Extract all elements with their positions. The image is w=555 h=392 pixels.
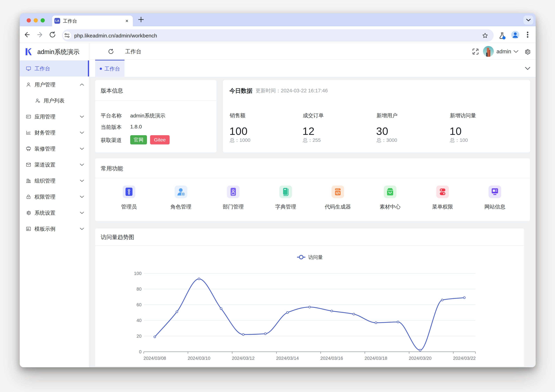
- svg-text:2024/03/20: 2024/03/20: [409, 356, 431, 361]
- svg-text:2024/03/14: 2024/03/14: [276, 356, 299, 361]
- svg-text:2024/03/12: 2024/03/12: [232, 356, 255, 361]
- svg-text:2024/03/10: 2024/03/10: [188, 356, 210, 361]
- svg-text:60: 60: [137, 302, 142, 307]
- svg-text:20: 20: [137, 334, 142, 339]
- svg-text:访问量: 访问量: [308, 254, 323, 260]
- svg-text:2024/03/22: 2024/03/22: [453, 356, 476, 361]
- svg-text:40: 40: [137, 318, 142, 323]
- svg-text:2024/03/18: 2024/03/18: [365, 356, 387, 361]
- svg-text:2024/03/16: 2024/03/16: [320, 356, 343, 361]
- svg-text:100: 100: [134, 271, 142, 276]
- svg-text:2024/03/08: 2024/03/08: [143, 356, 166, 361]
- svg-text:0: 0: [139, 349, 142, 354]
- svg-text:80: 80: [137, 286, 142, 292]
